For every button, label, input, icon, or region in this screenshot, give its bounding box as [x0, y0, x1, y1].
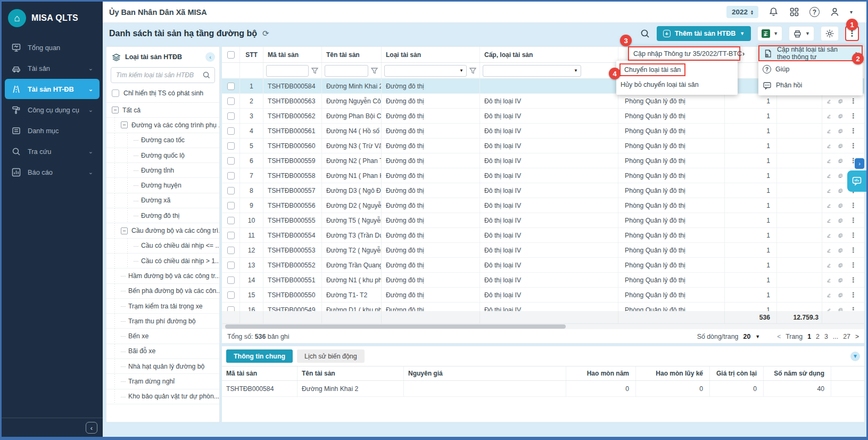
user-icon[interactable] [829, 6, 840, 18]
help-icon[interactable]: ? [809, 7, 820, 17]
row-checkbox[interactable] [227, 97, 235, 105]
row-menu-icon[interactable]: ⋮ [850, 112, 857, 120]
edit-icon[interactable] [826, 172, 831, 180]
chat-button[interactable] [847, 170, 866, 192]
row-menu-icon[interactable]: ⋮ [850, 127, 857, 135]
row-checkbox[interactable] [227, 157, 235, 165]
row-checkbox[interactable] [227, 187, 235, 194]
tree-node[interactable]: Đường quốc lộ [106, 148, 219, 163]
user-menu-caret-icon[interactable]: ▾ [850, 9, 853, 15]
row-checkbox[interactable] [227, 262, 235, 269]
tree-node[interactable]: Cầu có chiều dài nhịp <= ... [106, 239, 219, 254]
copy-icon[interactable] [838, 157, 843, 165]
tab-general-info[interactable]: Thông tin chung [226, 349, 293, 363]
col-header-stt[interactable]: STT [240, 47, 263, 62]
copy-icon[interactable] [838, 261, 843, 270]
row-menu-icon[interactable]: ⋮ [850, 231, 857, 239]
tree-node[interactable]: Đường đô thị [106, 208, 219, 223]
table-row[interactable]: 16 TSHTĐB000549 Đường D1 ( khu phụ tr...… [222, 303, 864, 311]
edit-icon[interactable] [826, 157, 831, 165]
year-spinner-icon[interactable]: ▴▾ [751, 10, 753, 15]
tree-node[interactable]: Bến xe [106, 329, 219, 344]
table-row[interactable]: 9 TSHTĐB000556 Đường D2 ( Nguyễn V... Đư… [222, 198, 864, 213]
edit-icon[interactable] [826, 127, 831, 135]
copy-icon[interactable] [838, 112, 843, 120]
row-menu-icon[interactable]: ⋮ [850, 261, 857, 269]
tree-node[interactable]: − Tất cả [106, 103, 219, 118]
tree-node[interactable]: Trạm kiểm tra tải trọng xe [106, 299, 219, 314]
tree-node[interactable]: Hầm đường bộ và các công tr... [106, 268, 219, 283]
menu-item-transfer-asset-type[interactable]: Chuyển loại tài sản [616, 62, 738, 77]
tree-search-input[interactable] [111, 67, 215, 83]
table-row[interactable]: 11 TSHTĐB000554 Đường T3 (Trần Duy H... … [222, 228, 864, 243]
filter-code-input[interactable] [266, 65, 309, 77]
copy-icon[interactable] [838, 306, 843, 312]
horizontal-scrollbar[interactable] [222, 324, 864, 329]
filter-grade-select[interactable]: ▼ [483, 65, 581, 77]
circular-update-submenu-item[interactable]: Cập nhập Thông tư 35/2022/TT-BTC › [628, 46, 740, 61]
copy-icon[interactable] [838, 97, 843, 105]
scrollbar-thumb[interactable] [225, 324, 566, 329]
copy-icon[interactable] [838, 246, 843, 255]
tree-node[interactable]: Đường xã [106, 193, 219, 208]
export-excel-button[interactable]: x ▼ [757, 26, 782, 41]
row-checkbox[interactable] [227, 172, 235, 180]
chat-expand-tab[interactable]: › [855, 158, 864, 169]
page-number[interactable]: 27 [843, 333, 850, 340]
sidebar-collapse-button[interactable]: ‹ [86, 422, 97, 434]
tree-node[interactable]: − Cầu đường bộ và các công trì... [106, 223, 219, 238]
edit-icon[interactable] [826, 276, 831, 284]
edit-icon[interactable] [826, 291, 831, 299]
table-row[interactable]: 8 TSHTĐB000557 Đường D3 ( Ngô Đức ... Đư… [222, 183, 864, 198]
add-asset-button[interactable]: + Thêm tài sản HTĐB ▼ [657, 26, 751, 41]
edit-icon[interactable] [826, 186, 831, 195]
row-checkbox[interactable] [227, 291, 235, 299]
row-checkbox[interactable] [227, 232, 235, 239]
row-checkbox[interactable] [227, 247, 235, 254]
row-checkbox[interactable] [227, 306, 235, 312]
row-checkbox[interactable] [227, 142, 235, 150]
tree-node[interactable]: Đường tỉnh [106, 163, 219, 178]
tree-node[interactable]: Cầu có chiều dài nhịp > 1... [106, 254, 219, 268]
page-size-caret-icon[interactable]: ▼ [755, 334, 760, 339]
copy-icon[interactable] [838, 127, 843, 135]
notifications-icon[interactable] [768, 6, 779, 18]
sidebar-item-tai-san-htdb[interactable]: Tài sản HT-ĐB ⌄ [5, 79, 100, 99]
prev-page-button[interactable]: < [777, 333, 781, 340]
table-row[interactable]: 13 TSHTĐB000552 Đường Trần Quang Kh... Đ… [222, 258, 864, 273]
filter-icon[interactable] [469, 67, 477, 75]
tree-node[interactable]: Bãi đỗ xe [106, 344, 219, 359]
table-row[interactable]: 3 TSHTĐB000562 Đường Phan Bội Châu Đường… [222, 109, 864, 124]
table-row[interactable]: 5 TSHTĐB000560 Đường N3 ( Trừ Văn T... Đ… [222, 138, 864, 153]
menu-item-feedback[interactable]: Phản hồi [758, 77, 863, 93]
detail-collapse-icon[interactable]: ▼ [850, 352, 860, 361]
edit-icon[interactable] [826, 97, 831, 105]
tree-node[interactable]: Trạm thu phí đường bộ [106, 314, 219, 329]
tree-node[interactable]: − Đường và các công trình phụ ... [106, 118, 219, 133]
checkbox-icon[interactable] [112, 89, 119, 97]
tree-expander-icon[interactable]: − [121, 227, 128, 234]
copy-icon[interactable] [838, 291, 843, 299]
edit-icon[interactable] [826, 201, 831, 210]
filter-type-select[interactable]: ▼ [384, 65, 467, 77]
search-icon[interactable] [640, 28, 650, 39]
row-checkbox[interactable] [227, 217, 235, 224]
search-icon[interactable] [202, 71, 211, 79]
page-number[interactable]: 2 [816, 333, 820, 340]
copy-icon[interactable] [838, 201, 843, 210]
filter-generated-checkbox[interactable]: Chỉ hiển thị TS có phát sinh [106, 87, 219, 102]
sidebar-item-tra-cuu[interactable]: Tra cứu ⌄ [5, 141, 100, 161]
table-row[interactable]: 7 TSHTĐB000558 Đường N1 ( Phan Kế T... Đ… [222, 168, 864, 183]
row-checkbox[interactable] [227, 276, 235, 284]
row-menu-icon[interactable]: ⋮ [850, 246, 857, 254]
year-selector[interactable]: 2022 ▴▾ [726, 6, 758, 18]
row-menu-icon[interactable]: ⋮ [850, 276, 857, 284]
menu-item-update-asset-type[interactable]: Cập nhật loại tài sản theo thông tư › [758, 45, 863, 61]
tree-node[interactable]: Kho bảo quản vật tư dự phòn... [106, 389, 219, 404]
edit-icon[interactable] [826, 306, 831, 312]
tree-node[interactable]: Bến phà đường bộ và các côn... [106, 284, 219, 299]
page-number[interactable]: 3 [824, 333, 828, 340]
page-size-value[interactable]: 20 [743, 333, 750, 340]
sidebar-item-danh-muc[interactable]: Danh mục [5, 120, 100, 141]
menu-item-cancel-transfer[interactable]: Hủy bỏ chuyển loại tài sản [616, 77, 738, 92]
